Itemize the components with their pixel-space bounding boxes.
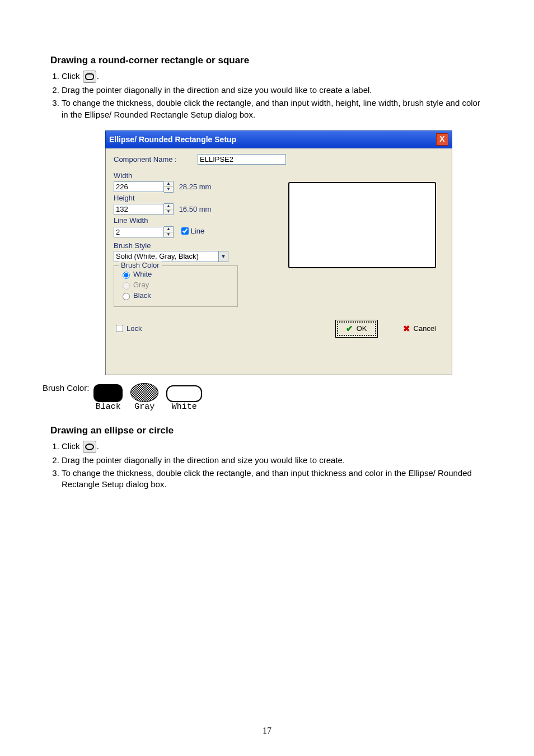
height-spinner[interactable]: ▲▼: [114, 203, 174, 215]
page-number: 17: [50, 726, 484, 736]
lock-checkbox-label: Lock: [127, 324, 142, 333]
spin-down-icon[interactable]: ▼: [164, 209, 173, 214]
radio-gray-label: Gray: [133, 281, 149, 289]
step-3: To change the thickness, double click th…: [62, 97, 484, 120]
step-b1-text-b: .: [97, 441, 99, 451]
radio-black-input[interactable]: [123, 293, 130, 300]
swatch-black-col: Black: [93, 384, 123, 412]
step-b2: Drag the pointer diagonally in the direc…: [62, 455, 484, 466]
brushstyle-value[interactable]: [114, 251, 219, 262]
height-spin-buttons[interactable]: ▲▼: [164, 203, 174, 215]
height-mm: 16.50 mm: [179, 205, 212, 213]
ok-button-label: OK: [357, 324, 367, 333]
step-2: Drag the pointer diagonally in the direc…: [62, 85, 484, 96]
line-checkbox[interactable]: Line: [179, 226, 205, 236]
step-b3: To change the thickness, double click th…: [62, 468, 484, 491]
svg-rect-0: [86, 74, 93, 80]
shape-preview: [288, 182, 436, 268]
height-input[interactable]: [114, 204, 164, 214]
component-name-label: Component Name :: [114, 155, 198, 164]
swatch-black-icon: [93, 384, 123, 402]
step-1-text-b: .: [97, 71, 99, 81]
radio-white-label: White: [133, 270, 152, 278]
ok-button[interactable]: ✔ OK: [337, 321, 376, 336]
linewidth-input[interactable]: [114, 227, 164, 237]
step-b1: Click .: [62, 441, 484, 453]
cancel-button-label: Cancel: [414, 324, 436, 333]
check-icon: ✔: [346, 324, 353, 334]
radio-white-input[interactable]: [123, 272, 130, 279]
steps-rounded-rect: Click . Drag the pointer diagonally in t…: [62, 71, 484, 120]
step-1-text-a: Click: [62, 71, 82, 81]
swatch-white-label: White: [166, 402, 202, 412]
steps-ellipse: Click . Drag the pointer diagonally in t…: [62, 441, 484, 491]
spin-down-icon[interactable]: ▼: [164, 232, 173, 237]
dialog-body: Component Name : Width ▲▼ 28.25 mm Heigh…: [105, 148, 452, 375]
x-icon: ✖: [403, 324, 410, 334]
brushstyle-select[interactable]: ▼: [114, 251, 228, 262]
dialog-title-bar: Ellipse/ Rounded Rectangle Setup X: [105, 130, 452, 148]
brush-color-legend: Brush Color: [119, 261, 162, 269]
close-button[interactable]: X: [436, 133, 448, 146]
lock-checkbox-input[interactable]: [116, 325, 123, 332]
radio-black-label: Black: [133, 291, 151, 300]
width-input[interactable]: [114, 181, 164, 192]
radio-gray-input: [123, 282, 130, 290]
swatch-gray-icon: [130, 383, 158, 402]
step-1: Click .: [62, 71, 484, 83]
swatch-white-icon: [166, 385, 202, 402]
brush-color-group: Brush Color White Gray Black: [114, 265, 238, 307]
width-spinner[interactable]: ▲▼: [114, 181, 174, 193]
swatch-gray-label: Gray: [130, 402, 158, 412]
dialog-ellipse-setup: Ellipse/ Rounded Rectangle Setup X Compo…: [105, 130, 452, 375]
width-label: Width: [114, 171, 444, 180]
radio-gray: Gray: [120, 281, 232, 290]
cancel-button[interactable]: ✖ Cancel: [395, 321, 444, 336]
ellipse-tool-icon: [83, 441, 96, 453]
component-name-input[interactable]: [198, 154, 286, 165]
line-checkbox-label: Line: [191, 227, 205, 235]
lock-checkbox[interactable]: Lock: [114, 323, 142, 334]
dropdown-arrow-icon[interactable]: ▼: [219, 251, 228, 262]
rounded-rect-tool-icon: [83, 71, 96, 83]
width-mm: 28.25 mm: [179, 183, 212, 191]
swatch-gray-col: Gray: [130, 383, 158, 412]
dialog-title: Ellipse/ Rounded Rectangle Setup: [109, 135, 236, 144]
step-b1-text-a: Click: [62, 441, 82, 451]
width-spin-buttons[interactable]: ▲▼: [164, 181, 174, 193]
line-checkbox-input[interactable]: [181, 227, 189, 235]
section-heading-ellipse: Drawing an ellipse or circle: [50, 425, 484, 436]
linewidth-spin-buttons[interactable]: ▲▼: [164, 226, 174, 238]
svg-point-1: [86, 444, 93, 450]
swatch-white-col: White: [166, 385, 202, 412]
brush-color-example: Brush Color: Black Gray White: [43, 383, 484, 412]
swatch-black-label: Black: [93, 402, 123, 412]
section-heading-rounded-rect: Drawing a round-corner rectangle or squa…: [50, 55, 484, 66]
spin-down-icon[interactable]: ▼: [164, 187, 173, 192]
brush-color-example-label: Brush Color:: [43, 383, 89, 393]
radio-white[interactable]: White: [120, 270, 232, 279]
radio-black[interactable]: Black: [120, 291, 232, 300]
linewidth-spinner[interactable]: ▲▼: [114, 226, 174, 238]
